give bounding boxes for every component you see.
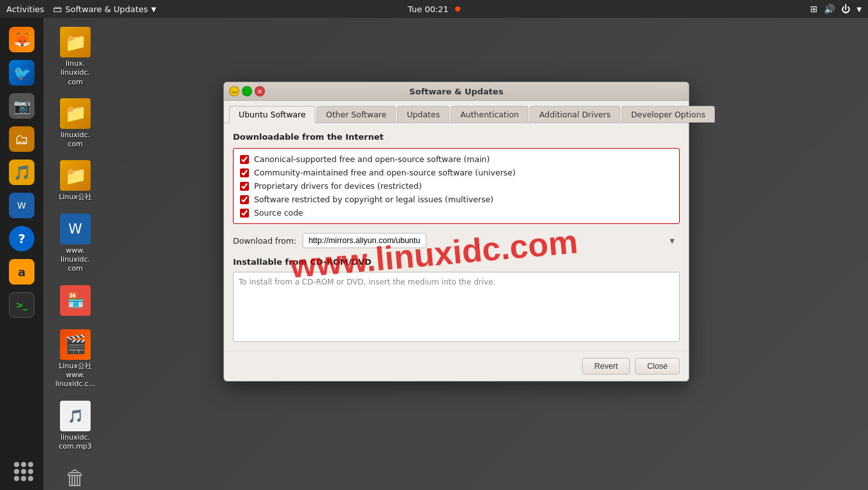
topbar-right: ⊞ 🔊 ⏻ ▼ bbox=[811, 4, 862, 14]
dialog-content: Downloadable from the Internet Canonical… bbox=[224, 123, 689, 351]
tab-additional-drivers[interactable]: Additional Drivers bbox=[530, 106, 620, 122]
dock-item-firefox[interactable]: 🦊 bbox=[6, 24, 37, 55]
download-from-select-wrapper: http://mirrors.aliyun.com/ubuntu ▼ bbox=[303, 233, 680, 248]
writer-icon: W bbox=[9, 193, 34, 218]
desktop-icon-linux2[interactable]: 📁 Linux公社 bbox=[51, 158, 100, 204]
desktop-icon-writer[interactable]: W www.linuxidc.com bbox=[51, 211, 100, 276]
dock-item-thunderbird[interactable]: 🐦 bbox=[6, 57, 37, 88]
checkbox-restricted[interactable]: Proprietary drivers for devices (restric… bbox=[240, 179, 673, 193]
firefox-icon: 🦊 bbox=[9, 27, 34, 52]
checkbox-group-downloadable: Canonical-supported free and open-source… bbox=[233, 148, 680, 224]
topbar: Activities 🗃 Software & Updates ▼ Tue 00… bbox=[0, 0, 868, 18]
notification-dot bbox=[455, 6, 460, 11]
desktop: 🦊 🐦 📷 🗂 🎵 W ? a >_ bbox=[0, 18, 868, 490]
desktop-icon-mp3[interactable]: 🎵 linuxidc.com.mp3 bbox=[51, 398, 100, 454]
desktop-icon-store[interactable]: 🏪 bbox=[51, 283, 100, 320]
amazon-icon: a bbox=[9, 259, 34, 285]
dock: 🦊 🐦 📷 🗂 🎵 W ? a >_ bbox=[0, 18, 43, 490]
folder-linuxidc-icon: 📁 bbox=[60, 98, 91, 129]
checkbox-main-label: Canonical-supported free and open-source… bbox=[254, 154, 490, 164]
dialog-tabs: Ubuntu Software Other Software Updates A… bbox=[224, 101, 689, 123]
tab-other-software[interactable]: Other Software bbox=[317, 106, 396, 122]
dialog-titlebar: — □ ✕ Software & Updates bbox=[224, 82, 689, 101]
select-dropdown-arrow-icon: ▼ bbox=[670, 237, 675, 244]
checkbox-universe-input[interactable] bbox=[240, 168, 249, 177]
dock-item-sound[interactable]: 🎵 bbox=[6, 157, 37, 188]
writer-desktop-icon: W bbox=[60, 214, 91, 244]
mp3-desktop-icon: 🎵 bbox=[60, 401, 91, 431]
files-icon: 🗂 bbox=[9, 126, 34, 152]
checkbox-multiverse-label: Software restricted by copyright or lega… bbox=[254, 195, 493, 204]
close-button[interactable]: ✕ bbox=[255, 86, 265, 96]
topbar-left: Activities 🗃 Software & Updates ▼ bbox=[6, 4, 156, 14]
download-from-select[interactable]: http://mirrors.aliyun.com/ubuntu bbox=[303, 233, 426, 248]
network-icon[interactable]: ⊞ bbox=[811, 4, 818, 14]
tab-authentication[interactable]: Authentication bbox=[451, 106, 528, 122]
minimize-button[interactable]: — bbox=[229, 86, 239, 96]
tab-developer-options[interactable]: Developer Options bbox=[622, 106, 715, 122]
folder-linux1-icon: 📁 bbox=[60, 27, 91, 57]
dock-item-help[interactable]: ? bbox=[6, 223, 37, 254]
terminal-icon: >_ bbox=[9, 292, 34, 318]
trash-desktop-icon: 🗑 bbox=[60, 463, 91, 490]
cdrom-placeholder-text: To install from a CD-ROM or DVD, insert … bbox=[239, 278, 495, 286]
folder-linux2-icon: 📁 bbox=[60, 160, 91, 191]
checkbox-source-label: Source code bbox=[254, 208, 303, 218]
desktop-icon-linux3[interactable]: 🎬 Linux公社www.linuxidc.c... bbox=[51, 327, 100, 392]
tab-ubuntu-software[interactable]: Ubuntu Software bbox=[229, 106, 315, 123]
dock-item-terminal[interactable]: >_ bbox=[6, 290, 37, 320]
activities-button[interactable]: Activities bbox=[6, 4, 44, 14]
app-title-bar[interactable]: 🗃 Software & Updates ▼ bbox=[53, 4, 156, 14]
section-downloadable-title: Downloadable from the Internet bbox=[233, 132, 680, 142]
dock-item-writer[interactable]: W bbox=[6, 190, 37, 221]
topbar-arrow-icon[interactable]: ▼ bbox=[857, 6, 862, 13]
desktop-icon-trash[interactable]: 🗑 Trash bbox=[51, 460, 100, 490]
section-cdrom-title: Installable from CD-ROM/DVD bbox=[233, 257, 680, 267]
checkbox-universe-label: Community-maintained free and open-sourc… bbox=[254, 168, 516, 177]
cdrom-box: To install from a CD-ROM or DVD, insert … bbox=[233, 272, 680, 342]
checkbox-main[interactable]: Canonical-supported free and open-source… bbox=[240, 152, 673, 166]
apps-grid-icon bbox=[10, 458, 33, 481]
checkbox-restricted-input[interactable] bbox=[240, 182, 249, 191]
checkbox-source-input[interactable] bbox=[240, 209, 249, 218]
tab-updates[interactable]: Updates bbox=[397, 106, 449, 122]
desktop-icon-linux1[interactable]: 📁 linux.linuxidc.com bbox=[51, 24, 100, 89]
video-desktop-icon: 🎬 bbox=[60, 329, 91, 360]
checkbox-source[interactable]: Source code bbox=[240, 206, 673, 219]
help-icon: ? bbox=[9, 226, 34, 251]
desktop-icon-linuxidc[interactable]: 📁 linuxidc.com bbox=[51, 96, 100, 152]
dialog-title: Software & Updates bbox=[265, 87, 648, 96]
checkbox-multiverse-input[interactable] bbox=[240, 195, 249, 204]
checkbox-restricted-label: Proprietary drivers for devices (restric… bbox=[254, 181, 422, 191]
store-desktop-icon: 🏪 bbox=[60, 285, 91, 316]
dialog-window-controls: — □ ✕ bbox=[229, 86, 265, 96]
checkbox-universe[interactable]: Community-maintained free and open-sourc… bbox=[240, 166, 673, 179]
software-updates-dialog: — □ ✕ Software & Updates Ubuntu Software… bbox=[223, 82, 689, 382]
revert-button[interactable]: Revert bbox=[582, 358, 630, 375]
camera-icon: 📷 bbox=[9, 93, 34, 119]
volume-icon[interactable]: 🔊 bbox=[824, 4, 835, 14]
dock-item-camera[interactable]: 📷 bbox=[6, 91, 37, 121]
download-from-row: Download from: http://mirrors.aliyun.com… bbox=[233, 233, 680, 248]
checkbox-main-input[interactable] bbox=[240, 155, 249, 164]
dock-item-files[interactable]: 🗂 bbox=[6, 124, 37, 154]
download-from-label: Download from: bbox=[233, 236, 296, 246]
power-icon[interactable]: ⏻ bbox=[841, 4, 850, 14]
dock-item-apps[interactable] bbox=[6, 456, 37, 484]
maximize-button[interactable]: □ bbox=[242, 86, 252, 96]
dialog-footer: Revert Close bbox=[224, 351, 689, 381]
close-dialog-button[interactable]: Close bbox=[635, 358, 680, 375]
thunderbird-icon: 🐦 bbox=[9, 60, 34, 85]
sound-icon: 🎵 bbox=[9, 160, 34, 185]
dock-item-amazon[interactable]: a bbox=[6, 256, 37, 287]
topbar-center: Tue 00:21 bbox=[408, 4, 460, 14]
desktop-icons: 📁 linux.linuxidc.com 📁 linuxidc.com 📁 Li… bbox=[51, 24, 100, 490]
checkbox-multiverse[interactable]: Software restricted by copyright or lega… bbox=[240, 193, 673, 206]
